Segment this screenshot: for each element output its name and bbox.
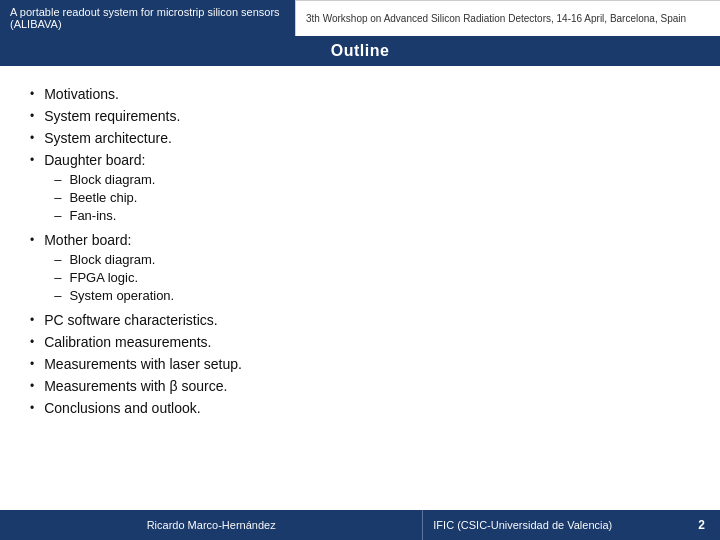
footer-institution: IFIC (CSIC-Universidad de Valencia): [423, 519, 683, 531]
header-conference-text: 3th Workshop on Advanced Silicon Radiati…: [306, 13, 686, 24]
sub-item-text: Block diagram.: [69, 252, 155, 267]
bullet-icon: •: [30, 153, 34, 167]
list-item: • Motivations.: [30, 86, 690, 102]
dash-icon: –: [54, 190, 61, 205]
sub-list: – Block diagram. – FPGA logic. – System …: [44, 252, 174, 303]
footer: Ricardo Marco-Hernández IFIC (CSIC-Unive…: [0, 510, 720, 540]
dash-icon: –: [54, 270, 61, 285]
item-text: Conclusions and outlook.: [44, 400, 200, 416]
footer-institution-text: IFIC (CSIC-Universidad de Valencia): [433, 519, 612, 531]
dash-icon: –: [54, 288, 61, 303]
list-item-daughter-board: • Daughter board: – Block diagram. – Bee…: [30, 152, 690, 226]
item-text: Calibration measurements.: [44, 334, 211, 350]
dash-icon: –: [54, 252, 61, 267]
header-title: A portable readout system for microstrip…: [0, 0, 295, 36]
bullet-icon: •: [30, 109, 34, 123]
sub-list-item: – FPGA logic.: [44, 270, 174, 285]
list-item-mother-board: • Mother board: – Block diagram. – FPGA …: [30, 232, 690, 306]
sub-item-text: Beetle chip.: [69, 190, 137, 205]
sub-item-text: Block diagram.: [69, 172, 155, 187]
sub-list-item: – System operation.: [44, 288, 174, 303]
title-bar: Outline: [0, 36, 720, 66]
bullet-icon: •: [30, 379, 34, 393]
sub-item-text: Fan-ins.: [69, 208, 116, 223]
footer-author: Ricardo Marco-Hernández: [0, 519, 422, 531]
list-item: • PC software characteristics.: [30, 312, 690, 328]
item-text: System requirements.: [44, 108, 180, 124]
sub-item-text: System operation.: [69, 288, 174, 303]
bullet-icon: •: [30, 313, 34, 327]
sub-list-item: – Block diagram.: [44, 172, 155, 187]
header-conference: 3th Workshop on Advanced Silicon Radiati…: [295, 0, 720, 36]
bullet-icon: •: [30, 401, 34, 415]
outline-list: • Motivations. • System requirements. • …: [30, 86, 690, 416]
bullet-icon: •: [30, 357, 34, 371]
list-item: • System requirements.: [30, 108, 690, 124]
sub-list: – Block diagram. – Beetle chip. – Fan-in…: [44, 172, 155, 223]
list-item: • System architecture.: [30, 130, 690, 146]
list-item-laser: • Measurements with laser setup.: [30, 356, 690, 372]
item-text: Measurements with β source.: [44, 378, 227, 394]
dash-icon: –: [54, 172, 61, 187]
sub-list-item: – Fan-ins.: [44, 208, 155, 223]
item-text: Measurements with laser setup.: [44, 356, 242, 372]
header-title-text: A portable readout system for microstrip…: [10, 6, 285, 30]
bullet-icon: •: [30, 233, 34, 247]
bullet-icon: •: [30, 131, 34, 145]
bullet-icon: •: [30, 335, 34, 349]
list-item: • Calibration measurements.: [30, 334, 690, 350]
item-text: System architecture.: [44, 130, 172, 146]
content-area: • Motivations. • System requirements. • …: [0, 66, 720, 432]
list-item: • Measurements with β source.: [30, 378, 690, 394]
item-text: Daughter board:: [44, 152, 145, 168]
footer-author-text: Ricardo Marco-Hernández: [147, 519, 276, 531]
item-text: Motivations.: [44, 86, 119, 102]
slide-title: Outline: [331, 42, 390, 59]
sub-list-item: – Beetle chip.: [44, 190, 155, 205]
header: A portable readout system for microstrip…: [0, 0, 720, 36]
page-number-text: 2: [698, 518, 705, 532]
item-with-subitems: Mother board: – Block diagram. – FPGA lo…: [44, 232, 174, 306]
sub-list-item: – Block diagram.: [44, 252, 174, 267]
item-text: PC software characteristics.: [44, 312, 218, 328]
list-item: • Conclusions and outlook.: [30, 400, 690, 416]
bullet-icon: •: [30, 87, 34, 101]
sub-item-text: FPGA logic.: [69, 270, 138, 285]
item-text: Mother board:: [44, 232, 131, 248]
footer-page-number: 2: [683, 518, 720, 532]
dash-icon: –: [54, 208, 61, 223]
item-with-subitems: Daughter board: – Block diagram. – Beetl…: [44, 152, 155, 226]
